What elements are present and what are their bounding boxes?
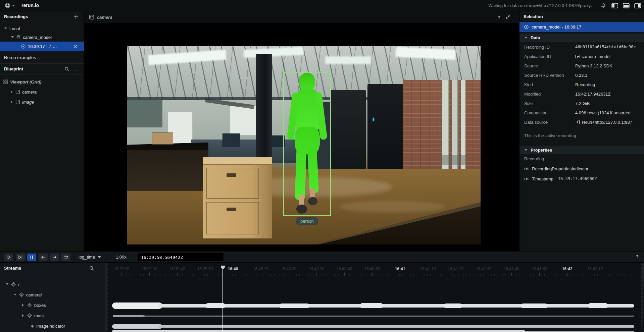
toggle-left-panel-icon[interactable]	[611, 3, 618, 9]
property-row-timestamp[interactable]: Timestamp 16:39:17.496900Z	[519, 174, 644, 183]
rerun-examples-label: Rerun examples	[4, 55, 36, 60]
step-forward-button[interactable]	[50, 254, 59, 261]
current-time-field[interactable]: 16:39:58.564942Z	[138, 253, 224, 261]
timeline-tick-label: 16:39:20	[114, 267, 130, 271]
properties-group-label: Recording	[524, 156, 544, 161]
timeline-tick-mark	[567, 273, 567, 276]
time-panel: Streams / camera/	[0, 263, 644, 332]
density-boxes-blob	[112, 302, 162, 309]
selected-recording-label: camera_model - 16:39:17	[532, 24, 581, 30]
view-tab-bar: camera ?	[84, 11, 519, 23]
timeline-tick-mark	[372, 273, 373, 276]
play-button[interactable]	[4, 254, 13, 261]
kv-row-size: Size 7.2 GiB	[519, 99, 644, 108]
playhead-marker[interactable]	[220, 265, 225, 270]
recordings-group-local[interactable]: Local	[0, 24, 84, 33]
recording-item-selected[interactable]: 16:39:17 - 7….	[0, 42, 84, 51]
view-help-button[interactable]: ?	[498, 15, 500, 20]
notifications-bell-icon[interactable]	[600, 3, 607, 9]
follow-button[interactable]	[16, 254, 25, 261]
stream-row-image-indicator[interactable]: ImageIndicator	[0, 321, 105, 331]
timeline-minor-ticks	[118, 274, 635, 276]
blueprint-viewport-item[interactable]: Viewport (Grid)	[0, 77, 84, 87]
selection-title: Selection	[524, 14, 543, 19]
streams-title: Streams	[4, 266, 21, 271]
add-recording-button[interactable]	[72, 13, 80, 20]
timeline-tick-label: 16:40:30	[309, 267, 325, 271]
cabinet-top	[203, 157, 272, 165]
streams-search-icon[interactable]	[88, 265, 95, 272]
rerun-logo-menu[interactable]	[4, 2, 16, 9]
rerun-examples-item[interactable]: Rerun examples	[0, 53, 84, 62]
playback-speed[interactable]: 1.00x	[116, 255, 127, 260]
timeline-tick-label: 16:41	[395, 267, 405, 271]
cabinet-drawer	[206, 202, 259, 234]
data-section-header[interactable]: Data	[519, 34, 644, 42]
blueprint-search-icon[interactable]	[63, 65, 70, 73]
floor-sheen	[339, 201, 445, 213]
timeline-tick-label: 16:41:10	[420, 267, 436, 271]
playhead-line[interactable]	[222, 267, 223, 332]
recordings-panel-header: Recordings	[0, 11, 84, 22]
toggle-bottom-panel-icon[interactable]	[623, 3, 630, 9]
stream-row-mask[interactable]: mask	[0, 311, 105, 320]
ankle-skin	[299, 195, 304, 206]
drawer-handle	[227, 173, 236, 177]
toggle-right-panel-icon[interactable]	[634, 3, 641, 9]
timeline-tick-label: 16:40	[228, 267, 238, 271]
timeline-tick-mark	[400, 273, 400, 276]
timeline-tick-label: 16:39:30	[142, 267, 157, 271]
application-icon	[575, 54, 580, 59]
local-label: Local	[9, 26, 20, 31]
loop-button[interactable]	[61, 254, 70, 261]
property-row-indicator[interactable]: RecordingPropertiesIndicator	[519, 164, 644, 173]
blueprint-view-camera[interactable]: camera	[0, 87, 84, 97]
recordings-app-camera-model[interactable]: camera_model	[0, 33, 84, 42]
recording-icon	[21, 44, 26, 49]
density-boxes-bar	[158, 304, 634, 308]
timeline-tick-mark	[344, 273, 345, 276]
properties-section-title: Properties	[531, 148, 552, 153]
properties-section-header[interactable]: Properties	[519, 146, 644, 154]
kv-row-rrd-version: Source RRD version 0.23.1	[519, 70, 644, 80]
timeline-pane[interactable]: 16:39:2016:39:3016:39:4016:39:5016:4016:…	[105, 263, 644, 332]
view-tab-label[interactable]: camera	[97, 15, 112, 20]
stream-row-camera[interactable]: camera/	[0, 290, 105, 299]
chevron-down-icon	[4, 27, 7, 30]
person-label-text: person	[300, 219, 314, 224]
timeline-tick-label: 16:42:10	[587, 267, 603, 271]
step-back-button[interactable]	[39, 254, 48, 261]
grid-viewport-icon	[3, 79, 8, 84]
chevron-right-icon	[10, 100, 13, 104]
collapse-view-icon[interactable]	[505, 14, 510, 20]
component-icon	[524, 177, 529, 181]
app-title: rerun.io	[21, 3, 39, 8]
entity-icon	[11, 282, 16, 287]
timeline-tick-label: 16:40:50	[364, 267, 380, 271]
pause-button[interactable]	[27, 254, 36, 261]
camera-image: person	[127, 46, 481, 244]
timestamp-value: 16:39:17.496900Z	[558, 176, 597, 181]
close-recording-icon[interactable]	[72, 43, 79, 50]
density-image-blob	[112, 324, 162, 329]
selected-recording-row[interactable]: camera_model - 16:39:17	[519, 22, 644, 32]
chevron-down-icon	[524, 149, 528, 152]
wood-cabinet	[203, 157, 272, 238]
timeline-tick-mark	[511, 273, 512, 276]
chevron-right-icon	[10, 90, 13, 94]
rerun-logo-icon	[4, 3, 11, 9]
timeline-left-overflow-zigzag	[105, 263, 109, 332]
stream-row-root[interactable]: /	[0, 280, 105, 289]
timeline-help-button[interactable]: ?	[636, 254, 639, 259]
title-bar: rerun.io Waiting for data on rerun+http:…	[0, 0, 644, 11]
timeline-tick-label: 16:39:50	[197, 267, 213, 271]
database-icon	[16, 35, 21, 40]
camera-view-canvas[interactable]: person	[84, 23, 519, 251]
blueprint-more-button[interactable]: …	[73, 65, 81, 73]
app-id-label: camera_model	[23, 35, 52, 40]
blueprint-view-image[interactable]: image	[0, 97, 84, 107]
timeline-name: log_time	[79, 255, 95, 260]
timeline-selector-dropdown[interactable]: log_time	[79, 255, 101, 260]
stream-row-boxes[interactable]: boxes	[0, 300, 105, 310]
mask-leg-left	[295, 148, 306, 200]
